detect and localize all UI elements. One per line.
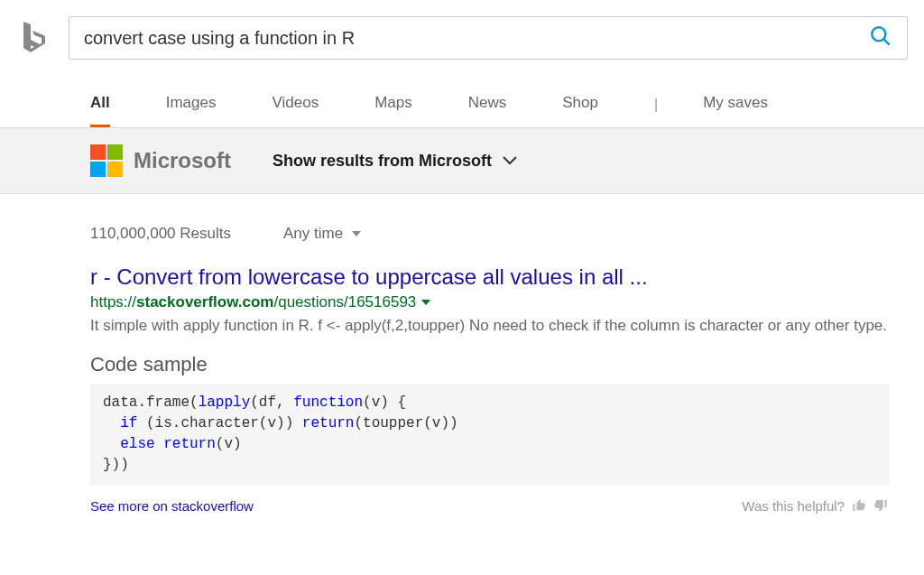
search-result: r - Convert from lowercase to uppercase … bbox=[0, 243, 924, 486]
tab-maps[interactable]: Maps bbox=[374, 94, 412, 127]
caret-down-icon[interactable] bbox=[421, 300, 430, 305]
result-footer: See more on stackoverflow Was this helpf… bbox=[0, 486, 924, 523]
url-domain: stackoverflow.com bbox=[136, 293, 273, 311]
brand-bar: Microsoft Show results from Microsoft bbox=[0, 128, 924, 194]
tab-shop[interactable]: Shop bbox=[562, 94, 598, 127]
result-url[interactable]: https://stackoverflow.com/questions/1651… bbox=[90, 293, 890, 311]
results-meta: 110,000,000 Results Any time bbox=[0, 194, 924, 243]
code-sample-heading: Code sample bbox=[90, 353, 890, 376]
results-count: 110,000,000 Results bbox=[90, 225, 231, 243]
bing-logo-icon[interactable] bbox=[14, 18, 51, 54]
time-filter[interactable]: Any time bbox=[283, 225, 361, 243]
microsoft-logo: Microsoft bbox=[90, 144, 231, 177]
result-snippet: It simple with apply function in R. f <-… bbox=[90, 315, 890, 337]
search-tabs: All Images Videos Maps News Shop | My sa… bbox=[0, 69, 924, 128]
url-prefix: https:// bbox=[90, 293, 136, 311]
result-title-link[interactable]: r - Convert from lowercase to uppercase … bbox=[90, 264, 890, 290]
search-icon[interactable] bbox=[869, 24, 892, 51]
brand-filter-label: Show results from Microsoft bbox=[273, 152, 492, 171]
svg-line-1 bbox=[883, 39, 890, 45]
thumb-up-icon[interactable] bbox=[852, 498, 866, 513]
tab-all[interactable]: All bbox=[90, 94, 110, 127]
search-header bbox=[0, 0, 924, 69]
caret-down-icon bbox=[352, 231, 361, 236]
code-sample: data.frame(lapply(df, function(v) { if (… bbox=[90, 384, 890, 486]
thumb-down-icon[interactable] bbox=[873, 498, 888, 513]
feedback-label: Was this helpful? bbox=[742, 498, 845, 514]
see-more-link[interactable]: See more on stackoverflow bbox=[90, 498, 254, 514]
feedback-prompt: Was this helpful? bbox=[742, 498, 888, 514]
time-filter-label: Any time bbox=[283, 225, 343, 243]
tab-images[interactable]: Images bbox=[166, 94, 217, 127]
tab-news[interactable]: News bbox=[468, 94, 507, 127]
chevron-down-icon bbox=[503, 156, 517, 165]
tab-divider: | bbox=[654, 97, 658, 125]
brand-filter-toggle[interactable]: Show results from Microsoft bbox=[273, 152, 517, 171]
microsoft-logo-icon bbox=[90, 144, 123, 177]
microsoft-text: Microsoft bbox=[134, 148, 231, 173]
search-box bbox=[69, 16, 908, 60]
tab-my-saves[interactable]: My saves bbox=[703, 94, 768, 127]
svg-point-0 bbox=[872, 27, 885, 41]
tab-videos[interactable]: Videos bbox=[272, 94, 319, 127]
search-input[interactable] bbox=[84, 28, 869, 49]
url-path: /questions/16516593 bbox=[273, 293, 416, 311]
